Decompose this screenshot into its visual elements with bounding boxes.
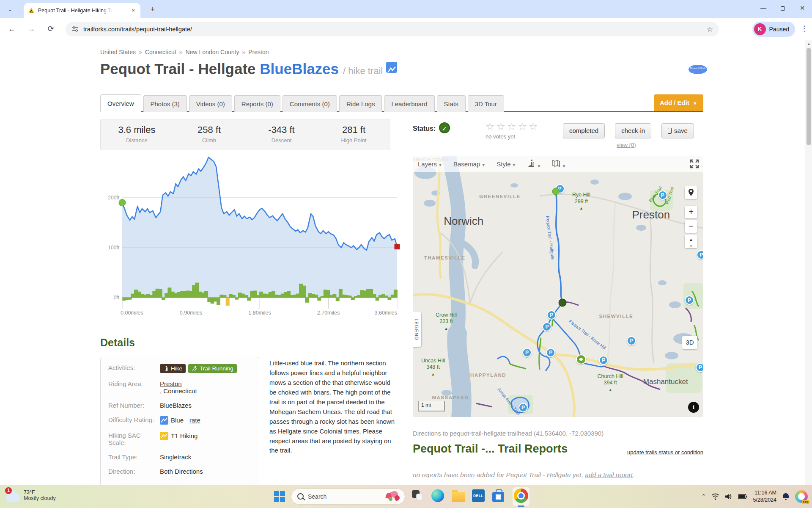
title-suffix: / hike trail bbox=[343, 66, 383, 76]
site-info-icon[interactable] bbox=[71, 25, 79, 33]
atlas-menu[interactable]: ▼ bbox=[552, 159, 566, 169]
breadcrumb-item[interactable]: Preston bbox=[248, 49, 269, 55]
copilot-icon[interactable]: PRE bbox=[795, 490, 808, 503]
check-in-button[interactable]: check-in bbox=[615, 123, 651, 138]
hiker-icon bbox=[527, 159, 535, 168]
activity-filter-menu[interactable]: ▼ bbox=[527, 159, 541, 169]
trail-end-marker[interactable] bbox=[559, 298, 567, 306]
zoom-out-button[interactable]: − bbox=[685, 220, 697, 233]
trail-map[interactable]: RWICHTOWNGREENEVILLETHAMESVILLEHAPPYLAND… bbox=[413, 156, 703, 417]
edge-app-icon[interactable] bbox=[431, 489, 446, 504]
view-link[interactable]: view (0) bbox=[617, 142, 636, 148]
add-edit-button[interactable]: Add / Edit ▼ bbox=[654, 94, 703, 111]
file-explorer-app-icon[interactable] bbox=[452, 489, 466, 504]
chrome-app-icon[interactable] bbox=[513, 487, 529, 506]
browser-tabstrip: ⌄ Pequot Trail - Hellgate Hiking Tr × + … bbox=[0, 0, 812, 18]
widgets-app-icon[interactable] bbox=[411, 489, 425, 504]
parking-marker[interactable]: P bbox=[697, 250, 703, 260]
trail-running-badge[interactable]: Trail Running bbox=[188, 364, 237, 373]
trailforks-favicon-icon bbox=[28, 7, 35, 14]
parking-marker[interactable]: P bbox=[546, 348, 555, 357]
detail-label: Trail Type: bbox=[108, 453, 160, 461]
tab-overview[interactable]: Overview bbox=[100, 94, 141, 112]
completed-button[interactable]: completed bbox=[563, 123, 605, 138]
tab-3d-tour[interactable]: 3D Tour bbox=[468, 95, 504, 112]
volume-icon[interactable] bbox=[725, 493, 732, 500]
parking-marker[interactable]: P bbox=[685, 295, 694, 305]
layers-menu[interactable]: Layers▼ bbox=[418, 160, 442, 168]
tab-stats[interactable]: Stats bbox=[437, 95, 466, 112]
breadcrumb-item[interactable]: United States bbox=[100, 49, 136, 55]
rate-link[interactable]: rate bbox=[189, 417, 200, 424]
page-scrollbar[interactable]: ▲ bbox=[805, 40, 812, 485]
reload-button[interactable]: ⟳ bbox=[45, 23, 57, 35]
3d-button[interactable]: 3D bbox=[682, 336, 697, 349]
tab-ride-logs[interactable]: Ride Logs bbox=[339, 95, 382, 112]
page-content: United States»Connecticut»New London Cou… bbox=[0, 40, 812, 485]
add-trail-report-link[interactable]: add a trail report bbox=[585, 471, 633, 478]
tab-comments-0[interactable]: Comments (0) bbox=[283, 95, 337, 112]
minimize-button[interactable]: — bbox=[754, 0, 773, 17]
search-box[interactable]: Search bbox=[291, 489, 405, 505]
status-buttons: completedcheck-insave bbox=[563, 123, 694, 138]
trail-start-marker[interactable] bbox=[552, 188, 560, 195]
rating-stars[interactable]: ☆☆☆☆☆ bbox=[486, 121, 540, 133]
fullscreen-icon[interactable] bbox=[690, 159, 699, 168]
notification-bell-icon[interactable] bbox=[782, 493, 790, 500]
tab-close-icon[interactable]: × bbox=[129, 7, 137, 14]
basemap-menu[interactable]: Basemap▼ bbox=[453, 160, 486, 168]
compass-button[interactable]: ▲▼ bbox=[685, 235, 697, 248]
parking-marker[interactable]: P bbox=[547, 310, 556, 320]
parking-marker[interactable]: P bbox=[627, 336, 636, 345]
browser-tab[interactable]: Pequot Trail - Hellgate Hiking Tr × bbox=[24, 3, 140, 18]
tray-expand-icon[interactable]: ⌃ bbox=[701, 493, 706, 500]
tab-search-icon[interactable]: ⌄ bbox=[5, 4, 15, 14]
profile-pill[interactable]: K Paused bbox=[752, 22, 795, 37]
tab-leaderboard[interactable]: Leaderboard bbox=[384, 95, 434, 112]
viewpoint-marker[interactable] bbox=[576, 354, 586, 364]
save-button[interactable]: save bbox=[661, 123, 694, 138]
maximize-button[interactable] bbox=[773, 0, 793, 17]
hike-badge[interactable]: Hike bbox=[160, 364, 186, 373]
riding-area-link[interactable]: Preston bbox=[160, 380, 182, 387]
update-status-link[interactable]: update trails status or condition bbox=[627, 449, 703, 456]
weather-widget[interactable]: 1 73°F Mostly cloudy bbox=[6, 488, 56, 502]
url-text: trailforks.com/trails/pequot-trail-hellg… bbox=[83, 26, 192, 33]
details-heading: Details bbox=[100, 337, 135, 349]
address-bar[interactable]: trailforks.com/trails/pequot-trail-hellg… bbox=[66, 22, 719, 36]
parking-marker[interactable]: P bbox=[696, 363, 703, 372]
bookmark-star-icon[interactable]: ☆ bbox=[707, 25, 713, 34]
browser-menu-icon[interactable]: ⋮ bbox=[801, 24, 808, 33]
zoom-in-button[interactable]: + bbox=[685, 206, 697, 218]
close-button[interactable]: ✕ bbox=[793, 0, 812, 17]
start-button[interactable] bbox=[274, 491, 285, 502]
dell-app-icon[interactable]: DELL bbox=[472, 489, 486, 504]
locate-button[interactable] bbox=[685, 186, 697, 199]
legend-tab[interactable]: LEGEND bbox=[413, 312, 421, 347]
new-tab-button[interactable]: + bbox=[147, 4, 158, 15]
map-area-label: HAPPYLAND bbox=[470, 373, 506, 378]
tab-reports-0[interactable]: Reports (0) bbox=[234, 95, 280, 112]
parking-marker[interactable]: P bbox=[542, 322, 551, 331]
map-scale: 1 mi bbox=[418, 401, 445, 411]
breadcrumb-item[interactable]: Connecticut bbox=[145, 49, 176, 55]
parking-marker[interactable]: P bbox=[522, 348, 532, 357]
map-info-button[interactable]: i bbox=[688, 402, 699, 413]
store-app-icon[interactable] bbox=[492, 489, 507, 504]
detail-value: Singletrack bbox=[160, 453, 191, 461]
tab-photos-3[interactable]: Photos (3) bbox=[143, 95, 187, 112]
scroll-up-icon[interactable]: ▲ bbox=[805, 40, 812, 47]
parking-marker[interactable]: P bbox=[599, 356, 608, 365]
parking-marker[interactable]: P bbox=[658, 190, 667, 200]
wifi-icon[interactable] bbox=[711, 493, 719, 500]
style-menu[interactable]: Style▼ bbox=[497, 160, 516, 168]
battery-icon[interactable] bbox=[738, 494, 747, 500]
forward-button[interactable]: → bbox=[25, 23, 37, 35]
breadcrumb: United States»Connecticut»New London Cou… bbox=[100, 49, 269, 55]
back-button[interactable]: ← bbox=[6, 23, 18, 35]
tab-videos-0[interactable]: Videos (0) bbox=[189, 95, 232, 112]
clock[interactable]: 11:16 AM 5/28/2024 bbox=[753, 489, 776, 504]
scrollbar-thumb[interactable] bbox=[807, 48, 811, 145]
breadcrumb-item[interactable]: New London County bbox=[186, 49, 239, 55]
parking-marker[interactable]: P bbox=[518, 403, 528, 412]
